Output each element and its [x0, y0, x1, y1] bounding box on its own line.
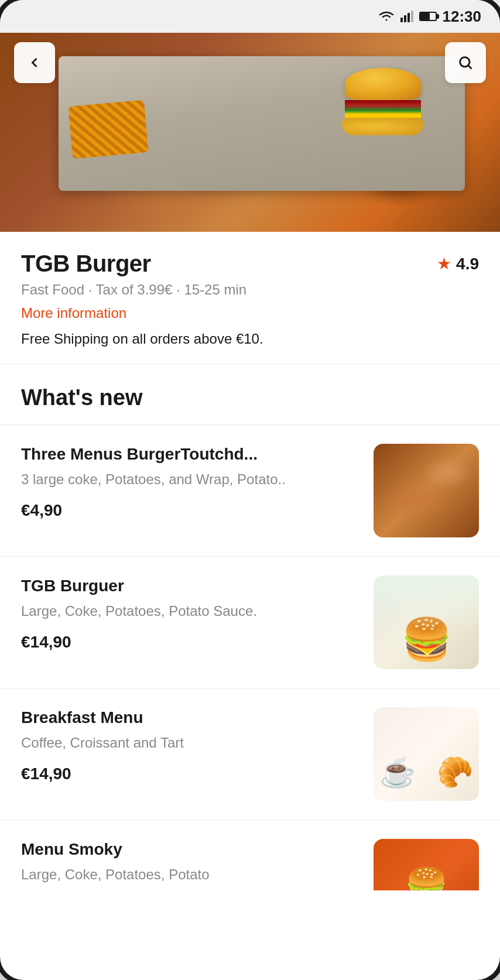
menu-item-name: Breakfast Menu	[21, 707, 359, 728]
back-icon	[26, 54, 43, 71]
svg-point-4	[460, 57, 470, 67]
restaurant-meta: Fast Food · Tax of 3.99€ · 15-25 min	[21, 282, 479, 298]
menu-item-description: Coffee, Croissant and Tart	[21, 733, 359, 753]
menu-item-image	[374, 707, 479, 801]
menu-item-info: TGB Burguer Large, Coke, Potatoes, Potat…	[21, 575, 374, 652]
food-image-4	[374, 839, 479, 890]
menu-item-info: Three Menus BurgerToutchd... 3 large cok…	[21, 444, 374, 520]
svg-rect-0	[400, 18, 403, 22]
star-icon: ★	[437, 254, 451, 273]
free-shipping-text: Free Shipping on all orders above €10.	[21, 331, 479, 347]
bun-bottom	[342, 118, 424, 135]
menu-item-info: Menu Smoky Large, Coke, Potatoes, Potato	[21, 839, 374, 890]
menu-item[interactable]: Breakfast Menu Coffee, Croissant and Tar…	[0, 688, 500, 820]
back-button[interactable]	[14, 42, 55, 83]
section-header-whats-new: What's new	[0, 364, 500, 425]
menu-item-name: Menu Smoky	[21, 839, 359, 860]
battery-icon	[419, 12, 437, 21]
more-information-link[interactable]: More information	[21, 305, 479, 321]
menu-item-name: TGB Burguer	[21, 575, 359, 597]
section-title-whats-new: What's new	[21, 385, 143, 410]
phone-frame: 12:30	[0, 0, 500, 980]
food-image-3	[374, 707, 479, 801]
menu-item-price: €14,90	[21, 633, 359, 652]
hero-nav	[0, 42, 500, 83]
menu-item[interactable]: TGB Burguer Large, Coke, Potatoes, Potat…	[0, 557, 500, 688]
search-icon	[457, 54, 474, 71]
restaurant-info: TGB Burger ★ 4.9 Fast Food · Tax of 3.99…	[0, 232, 500, 364]
restaurant-name: TGB Burger	[21, 251, 151, 277]
status-icons: 12:30	[378, 8, 482, 26]
waffle-fry	[68, 100, 148, 159]
svg-rect-3	[411, 11, 413, 22]
fries-visual	[70, 103, 152, 162]
menu-list: Three Menus BurgerToutchd... 3 large cok…	[0, 425, 500, 890]
signal-icon	[400, 11, 413, 22]
menu-item-description: Large, Coke, Potatoes, Potato	[21, 865, 359, 885]
menu-item-price: €4,90	[21, 501, 359, 520]
svg-rect-2	[407, 13, 410, 22]
status-time: 12:30	[443, 8, 482, 26]
menu-item-partial[interactable]: Menu Smoky Large, Coke, Potatoes, Potato	[0, 820, 500, 890]
food-image-1	[374, 444, 479, 537]
svg-line-5	[468, 66, 471, 68]
rating-badge: ★ 4.9	[437, 254, 479, 273]
svg-rect-1	[404, 15, 406, 22]
menu-item[interactable]: Three Menus BurgerToutchd... 3 large cok…	[0, 425, 500, 557]
rating-value: 4.9	[456, 255, 479, 273]
menu-item-info: Breakfast Menu Coffee, Croissant and Tar…	[21, 707, 374, 783]
hero-image	[0, 33, 500, 232]
menu-item-image	[374, 444, 479, 537]
menu-item-image	[374, 575, 479, 669]
restaurant-header: TGB Burger ★ 4.9	[21, 251, 479, 277]
menu-item-description: 3 large coke, Potatoes, and Wrap, Potato…	[21, 470, 359, 489]
wifi-icon	[378, 11, 395, 22]
food-image-2	[374, 575, 479, 669]
search-button[interactable]	[445, 42, 486, 83]
burger-fillings	[345, 100, 421, 118]
menu-item-name: Three Menus BurgerToutchd...	[21, 444, 359, 465]
menu-item-price: €14,90	[21, 765, 359, 783]
menu-item-description: Large, Coke, Potatoes, Potato Sauce.	[21, 601, 359, 621]
status-bar: 12:30	[0, 0, 500, 33]
menu-item-image	[374, 839, 479, 890]
